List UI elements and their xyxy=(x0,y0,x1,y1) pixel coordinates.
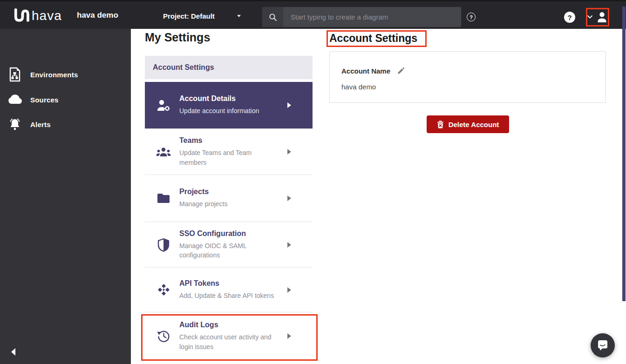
settings-item-audit-logs[interactable]: Audit Logs Check account user activity a… xyxy=(145,312,313,360)
chevron-right-icon xyxy=(287,287,291,293)
settings-item-teams[interactable]: Teams Update Teams and Team members xyxy=(145,128,313,175)
navbar-account-name: hava demo xyxy=(77,1,118,30)
hava-logo[interactable]: hava xyxy=(12,7,62,24)
chevron-right-icon xyxy=(287,195,291,201)
projects-icon xyxy=(155,193,172,204)
settings-item-projects[interactable]: Projects Manage projects xyxy=(145,175,313,222)
sidebar-item-label: Alerts xyxy=(30,121,51,128)
search-input[interactable] xyxy=(283,7,461,27)
chat-bubble-icon xyxy=(597,339,609,351)
chat-launcher-button[interactable] xyxy=(591,333,615,357)
settings-item-title: Account Details xyxy=(179,94,276,103)
help-filled-icon[interactable]: ? xyxy=(564,12,575,23)
edit-account-name-button[interactable] xyxy=(397,67,405,75)
sidebar-item-label: Sources xyxy=(30,96,59,104)
vertical-scrollbar-thumb[interactable] xyxy=(622,7,626,301)
settings-item-subtitle: Update account information xyxy=(179,106,276,115)
settings-item-title: API Tokens xyxy=(179,279,276,288)
pencil-icon xyxy=(397,67,405,75)
project-selector[interactable]: Project: Default xyxy=(163,1,241,30)
trash-icon xyxy=(437,121,444,128)
settings-item-sso-configuration[interactable]: SSO Configuration Manage OIDC & SAML con… xyxy=(145,222,313,267)
delete-account-button[interactable]: Delete Account xyxy=(427,115,509,133)
user-icon xyxy=(596,11,608,23)
hava-logo-icon xyxy=(12,7,31,24)
environments-icon xyxy=(7,67,23,82)
settings-item-subtitle: Check account user activity and login is… xyxy=(179,332,276,351)
chevron-right-icon xyxy=(287,333,291,339)
settings-item-subtitle: Update Teams and Team members xyxy=(179,148,276,167)
user-menu[interactable] xyxy=(587,11,608,23)
chevron-right-icon xyxy=(287,149,291,155)
settings-item-subtitle: Add, Update & Share API tokens xyxy=(179,291,276,300)
sso-icon xyxy=(155,238,172,252)
account-name-card: Account Name hava demo xyxy=(329,51,606,103)
api-tokens-icon xyxy=(155,283,172,296)
sidebar-collapse-button[interactable] xyxy=(11,348,18,357)
settings-item-subtitle: Manage projects xyxy=(179,199,276,209)
search-icon xyxy=(262,7,283,27)
left-sidebar: Environments Sources Alerts xyxy=(0,29,131,364)
account-details-icon xyxy=(155,99,172,112)
sidebar-item-alerts[interactable]: Alerts xyxy=(0,115,131,134)
settings-item-title: Audit Logs xyxy=(179,321,276,329)
top-navbar: hava hava demo Project: Default ? ? xyxy=(0,0,626,29)
teams-icon xyxy=(155,147,172,157)
logo-wordmark: hava xyxy=(32,7,62,24)
project-selector-label: Project: Default xyxy=(163,12,215,20)
account-name-label: Account Name xyxy=(341,67,390,75)
help-outline-icon[interactable]: ? xyxy=(467,13,476,21)
settings-item-account-details[interactable]: Account Details Update account informati… xyxy=(145,82,313,128)
page-title: My Settings xyxy=(145,31,210,44)
settings-item-title: Projects xyxy=(179,188,276,196)
settings-item-title: SSO Configuration xyxy=(179,229,276,238)
settings-item-api-tokens[interactable]: API Tokens Add, Update & Share API token… xyxy=(145,267,313,312)
sidebar-item-sources[interactable]: Sources xyxy=(0,90,131,109)
chevron-right-icon xyxy=(287,102,291,108)
settings-menu-header: Account Settings xyxy=(145,56,313,79)
sidebar-item-label: Environments xyxy=(30,71,78,79)
account-settings-title: Account Settings xyxy=(329,32,417,45)
chevron-right-icon xyxy=(287,242,291,248)
chevron-down-icon xyxy=(587,15,593,19)
settings-menu: Account Settings Account Details Update … xyxy=(145,56,313,360)
diagram-search xyxy=(262,7,461,27)
delete-account-label: Delete Account xyxy=(449,121,499,128)
account-name-value: hava demo xyxy=(341,83,376,91)
settings-item-subtitle: Manage OIDC & SAML configurations xyxy=(179,241,276,260)
chevron-down-icon xyxy=(237,15,241,17)
sidebar-item-environments[interactable]: Environments xyxy=(0,65,131,84)
sources-icon xyxy=(7,94,23,105)
alerts-icon xyxy=(7,118,23,131)
settings-item-title: Teams xyxy=(179,136,276,145)
audit-logs-icon xyxy=(155,329,172,343)
